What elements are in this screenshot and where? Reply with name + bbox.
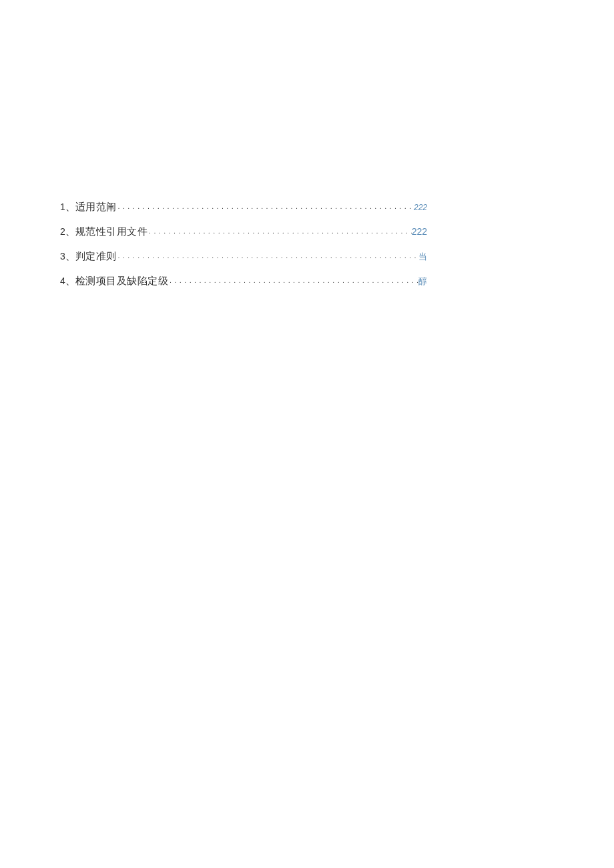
toc-page-link[interactable]: 222 (412, 226, 427, 237)
toc-entry-number: 3 (60, 251, 65, 262)
toc-entry: 2 、 规范性引用文件 222 (60, 226, 427, 238)
toc-entry-separator: 、 (65, 226, 75, 237)
toc-dot-leader (168, 276, 418, 286)
toc-entry-title: 适用范阐 (75, 201, 117, 212)
toc-entry-title: 检测项目及缺陷定级 (75, 276, 169, 286)
toc-entry-number: 4 (60, 276, 65, 286)
toc-entry: 4 、 检测项目及缺陷定级 醇 (60, 276, 427, 288)
toc-entry: 3 、 判定准则 当 (60, 251, 427, 263)
toc-entry-title: 规范性引用文件 (75, 226, 148, 237)
toc-entry-number: 2 (60, 226, 65, 237)
toc-entry-title: 判定准则 (75, 251, 117, 262)
toc-entry-number: 1 (60, 201, 65, 212)
toc-dot-leader (117, 251, 418, 262)
toc-entry: 1 、 适用范阐 222 (60, 201, 427, 213)
toc-entry-separator: 、 (65, 201, 75, 212)
toc-page-link[interactable]: 当 (418, 252, 427, 262)
toc-page-link[interactable]: 222 (414, 202, 427, 213)
toc-page-link[interactable]: 醇 (418, 276, 427, 287)
toc-entry-separator: 、 (65, 276, 75, 286)
toc-entry-separator: 、 (65, 251, 75, 262)
table-of-contents: 1 、 适用范阐 222 2 、 规范性引用文件 222 3 、 判定准则 当 … (60, 201, 427, 300)
toc-dot-leader (147, 226, 411, 237)
toc-dot-leader (117, 201, 414, 212)
